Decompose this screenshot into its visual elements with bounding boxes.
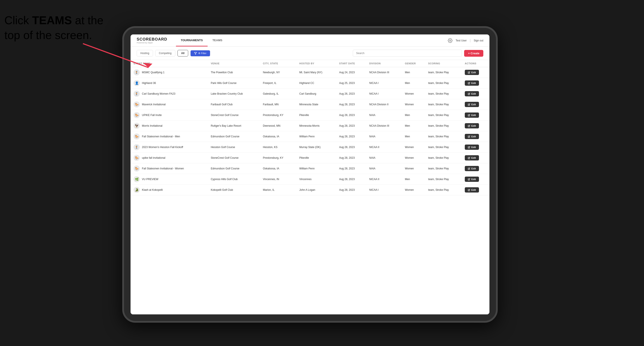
cell-actions-7: Edit [462,142,490,153]
team-icon-10: 🌿 [134,176,140,182]
edit-button-10[interactable]: Edit [465,176,479,182]
team-icon-4: 🐎 [134,112,140,118]
cell-hosted-by-5: Minnesota-Morris [296,121,336,131]
edit-button-0[interactable]: Edit [465,70,479,75]
cell-scoring-1: team, Stroke Play [425,78,462,89]
team-icon-2: 🏌 [134,91,140,97]
col-gender: GENDER [402,60,425,67]
cell-gender-7: Women [402,142,425,153]
cell-venue-11: Kokopelli Golf Club [208,185,260,195]
edit-button-5[interactable]: Edit [465,123,479,128]
edit-button-9[interactable]: Edit [465,166,479,171]
edit-icon-5 [468,125,470,127]
nav-user: Test User [456,39,467,42]
event-name-11: Klash at Kokopelli [142,188,163,191]
col-hosted-by: HOSTED BY [296,60,336,67]
cell-event-name-10: 🌿 VU PREVIEW [130,174,208,185]
event-name-10: VU PREVIEW [142,178,158,181]
cell-event-name-5: 🦅 Morris Invitational [130,121,208,131]
edit-button-6[interactable]: Edit [465,134,479,139]
cell-gender-11: Women [402,185,425,195]
edit-icon-11 [468,189,470,191]
create-button[interactable]: + Create [464,50,483,57]
cell-start-date-8: Aug 28, 2023 [336,153,366,163]
cell-city-state-0: Newburgh, NY [260,67,296,78]
arrow-annotation [83,39,166,83]
svg-marker-3 [194,52,197,54]
cell-scoring-6: team, Stroke Play [425,131,462,142]
cell-scoring-0: team, Stroke Play [425,67,462,78]
cell-division-5: NCAA Division III [366,121,402,131]
nav-signout[interactable]: Sign out [474,39,483,42]
svg-point-2 [450,40,451,41]
tab-tournaments[interactable]: TOURNAMENTS [176,34,208,46]
event-name-3: Maverick Invitational [142,103,166,106]
event-name-5: Morris Invitational [142,124,162,127]
edit-icon-8 [468,157,470,159]
edit-button-3[interactable]: Edit [465,102,479,107]
cell-event-name-11: 🐊 Klash at Kokopelli [130,185,208,195]
cell-gender-0: Men [402,67,425,78]
table-container: EVENT NAME VENUE CITY, STATE HOSTED BY S… [130,60,490,314]
cell-hosted-by-2: Carl Sandburg [296,89,336,99]
cell-actions-4: Edit [462,110,490,121]
cell-event-name-3: 🐎 Maverick Invitational [130,99,208,110]
gear-icon[interactable] [448,38,452,43]
cell-actions-6: Edit [462,131,490,142]
tablet-frame: SCOREBOARD Powered by clippit TOURNAMENT… [122,26,498,323]
cell-venue-4: StoneCrest Golf Course [208,110,260,121]
cell-gender-9: Women [402,163,425,174]
tab-teams[interactable]: TEAMS [208,34,227,46]
cell-gender-3: Women [402,99,425,110]
cell-scoring-7: team, Stroke Play [425,142,462,153]
cell-hosted-by-0: Mt. Saint Mary (NY) [296,67,336,78]
edit-button-4[interactable]: Edit [465,113,479,118]
cell-actions-11: Edit [462,185,490,195]
cell-city-state-10: Vincennes, IN [260,174,296,185]
nav-right: Test User | Sign out [448,38,483,43]
table-row: 🏌 2023 Women's Hesston Fall Kickoff Hess… [130,142,490,153]
team-icon-9: 🐎 [134,166,140,172]
cell-gender-1: Men [402,78,425,89]
cell-scoring-10: team, Stroke Play [425,174,462,185]
table-row: 🐊 Klash at Kokopelli Kokopelli Golf Club… [130,185,490,195]
tablet-screen: SCOREBOARD Powered by clippit TOURNAMENT… [130,34,490,314]
table-header-row: EVENT NAME VENUE CITY, STATE HOSTED BY S… [130,60,490,67]
team-icon-5: 🦅 [134,123,140,129]
cell-city-state-11: Marion, IL [260,185,296,195]
edit-button-8[interactable]: Edit [465,155,479,161]
cell-scoring-2: team, Stroke Play [425,89,462,99]
search-input[interactable] [353,50,462,57]
teams-bold: TEAMS [32,14,72,27]
cell-city-state-1: Freeport, IL [260,78,296,89]
cell-gender-8: Women [402,153,425,163]
cell-actions-3: Edit [462,99,490,110]
svg-marker-1 [143,63,152,68]
cell-city-state-4: Prestonsburg, KY [260,110,296,121]
col-division: DIVISION [366,60,402,67]
edit-button-2[interactable]: Edit [465,91,479,96]
cell-start-date-5: Aug 28, 2023 [336,121,366,131]
cell-hosted-by-1: Highland CC [296,78,336,89]
cell-hosted-by-11: John A Logan [296,185,336,195]
filter-button[interactable]: ⚙ Filter [190,50,210,56]
all-button[interactable]: All [178,50,188,56]
cell-gender-4: Men [402,110,425,121]
nav-tabs: TOURNAMENTS TEAMS [176,34,227,46]
cell-city-state-9: Oskaloosa, IA [260,163,296,174]
table-row: 🌿 VU PREVIEW Cypress Hills Golf Club Vin… [130,174,490,185]
cell-start-date-7: Aug 28, 2023 [336,142,366,153]
cell-hosted-by-7: Murray State (OK) [296,142,336,153]
table-row: 👤 Highland 36 Park Hills Golf Course Fre… [130,78,490,89]
cell-hosted-by-6: William Penn [296,131,336,142]
edit-button-1[interactable]: Edit [465,80,479,86]
cell-city-state-5: Deerwood, MN [260,121,296,131]
cell-division-11: NICAA I [366,185,402,195]
cell-actions-2: Edit [462,89,490,99]
edit-icon-4 [468,114,470,116]
cell-venue-9: Edmundson Golf Course [208,163,260,174]
cell-event-name-4: 🐎 UPIKE Fall Invite [130,110,208,121]
edit-button-7[interactable]: Edit [465,145,479,150]
edit-button-11[interactable]: Edit [465,187,479,192]
cell-venue-7: Hesston Golf Course [208,142,260,153]
